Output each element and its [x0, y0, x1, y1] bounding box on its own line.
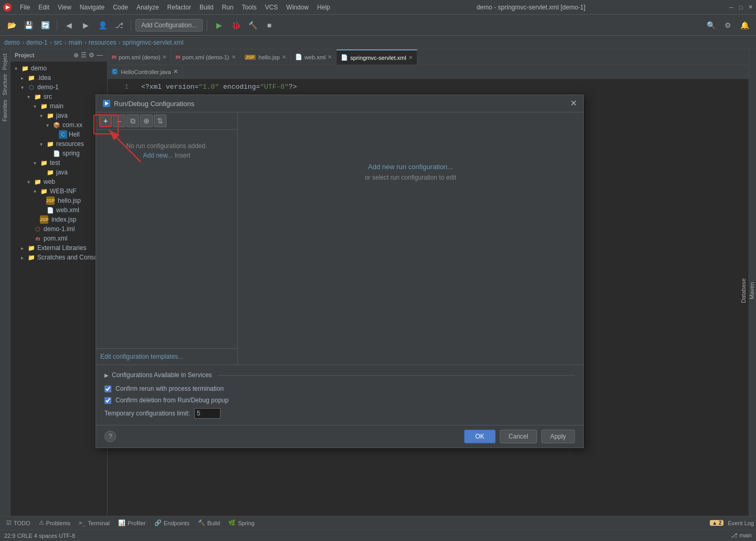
menu-build[interactable]: Build [195, 3, 218, 12]
help-button[interactable]: ? [104, 431, 116, 442]
tree-item-web[interactable]: ▾ 📁 web [10, 177, 107, 186]
database-label[interactable]: Database [739, 276, 748, 305]
forward-button[interactable]: ▶ [78, 18, 93, 33]
tab-close-icon[interactable]: ✕ [408, 55, 413, 60]
temp-limit-input[interactable] [194, 408, 220, 419]
share-config-button[interactable]: ⊕ [140, 115, 153, 127]
maven-label[interactable]: Maven [748, 280, 756, 301]
menu-refactor[interactable]: Refactor [163, 3, 195, 12]
menu-run[interactable]: Run [218, 3, 238, 12]
tree-item-demo[interactable]: ▾ 📁 demo [10, 64, 107, 73]
sidebar-list-icon[interactable]: ☰ [81, 51, 87, 59]
add-config-dialog-button[interactable]: + [99, 115, 112, 127]
bottom-tab-problems[interactable]: ⚠ Problems [35, 518, 75, 527]
breadcrumb-demo1[interactable]: demo-1 [26, 39, 48, 46]
tree-item-hell[interactable]: C Hell [10, 130, 107, 139]
close-button[interactable]: ✕ [747, 4, 754, 11]
sidebar-add-icon[interactable]: ⊕ [74, 51, 79, 59]
tree-item-java2[interactable]: 📁 java [10, 168, 107, 177]
breadcrumb-src[interactable]: src [54, 39, 62, 46]
menu-file[interactable]: File [16, 3, 34, 12]
breadcrumb-file[interactable]: springmvc-servlet.xml [122, 39, 183, 46]
menu-vcs[interactable]: VCS [261, 3, 282, 12]
menu-tools[interactable]: Tools [238, 3, 261, 12]
apply-button[interactable]: Apply [541, 430, 575, 443]
menu-edit[interactable]: Edit [34, 3, 54, 12]
tab-close-icon[interactable]: ✕ [282, 54, 286, 60]
edit-templates-link[interactable]: Edit configuration templates... [100, 353, 183, 360]
favorites-strip-label[interactable]: Favorites [2, 100, 8, 121]
add-new-link[interactable]: Add new... Insert [100, 152, 233, 159]
bottom-tab-profiler[interactable]: 📊 Profiler [114, 518, 150, 527]
back-button[interactable]: ◀ [61, 18, 76, 33]
confirm-delete-checkbox[interactable] [104, 397, 111, 404]
tree-item-scratches[interactable]: ▸ 📁 Scratches and Console [10, 253, 107, 262]
tree-item-test[interactable]: ▾ 📁 test [10, 158, 107, 168]
tree-item-hellojsp[interactable]: JSP hello.jsp [10, 196, 107, 205]
settings-button[interactable]: ⚙ [720, 18, 735, 33]
tree-item-webxml[interactable]: 📄 web.xml [10, 205, 107, 215]
tab-hellojsp[interactable]: JSP hello.jsp ✕ [240, 49, 291, 65]
build-button[interactable]: 🔨 [245, 18, 260, 33]
sort-config-button[interactable]: ⇅ [154, 115, 166, 127]
search-everywhere-button[interactable]: 🔍 [704, 18, 718, 33]
bottom-tab-terminal[interactable]: >_ Terminal [75, 518, 114, 527]
sec-tab-hellocontroller[interactable]: C HelloController.java ✕ [108, 65, 183, 79]
menu-view[interactable]: View [54, 3, 76, 12]
menu-help[interactable]: Help [313, 3, 334, 12]
tab-close-icon[interactable]: ✕ [173, 68, 178, 75]
tree-item-idea[interactable]: ▸ 📁 .idea [10, 73, 107, 82]
menu-navigate[interactable]: Navigate [76, 3, 109, 12]
tab-pom-demo[interactable]: m pom.xml (demo) ✕ [108, 49, 171, 65]
confirm-rerun-checkbox[interactable] [104, 386, 111, 392]
menu-analyze[interactable]: Analyze [132, 3, 163, 12]
add-configuration-button[interactable]: Add Configuration... [135, 19, 203, 32]
sidebar-minus-icon[interactable]: — [97, 51, 103, 59]
tree-item-java[interactable]: ▾ 📁 java [10, 111, 107, 120]
tree-item-spring[interactable]: 📄 spring [10, 149, 107, 158]
bottom-tab-spring[interactable]: 🌿 Spring [224, 518, 259, 527]
remove-config-button[interactable]: – [113, 115, 125, 127]
tab-webxml[interactable]: 📄 web.xml ✕ [291, 49, 337, 65]
tree-item-indexjsp[interactable]: JSP index.jsp [10, 215, 107, 224]
bottom-tab-build[interactable]: 🔨 Build [194, 518, 224, 527]
tab-close-icon[interactable]: ✕ [162, 54, 166, 60]
tree-item-main[interactable]: ▾ 📁 main [10, 101, 107, 111]
stop-button[interactable]: ■ [262, 18, 277, 33]
breadcrumb-demo[interactable]: demo [4, 39, 20, 46]
copy-config-button[interactable]: ⧉ [127, 115, 139, 127]
profile-button[interactable]: 👤 [95, 18, 110, 33]
menu-code[interactable]: Code [109, 3, 132, 12]
bottom-tab-todo[interactable]: ☑ TODO [2, 518, 35, 527]
sync-button[interactable]: 🔄 [38, 18, 52, 33]
bottom-tab-endpoints[interactable]: 🔗 Endpoints [150, 518, 194, 527]
cancel-button[interactable]: Cancel [500, 430, 537, 443]
tab-close-icon[interactable]: ✕ [232, 54, 236, 60]
minimize-button[interactable]: ─ [728, 4, 735, 11]
open-file-button[interactable]: 📂 [4, 18, 19, 33]
event-log-label[interactable]: Event Log [728, 520, 754, 526]
debug-button[interactable]: 🐞 [228, 18, 243, 33]
update-button[interactable]: 🔔 [737, 18, 752, 33]
project-strip-label[interactable]: Project [2, 54, 8, 70]
tree-item-src[interactable]: ▾ 📁 src [10, 92, 107, 101]
save-button[interactable]: 💾 [21, 18, 36, 33]
tree-item-external-libs[interactable]: ▸ 📁 External Libraries [10, 243, 107, 253]
menu-window[interactable]: Window [282, 3, 313, 12]
tab-pom-demo1[interactable]: m pom.xml (demo-1) ✕ [171, 49, 240, 65]
tree-item-demo1[interactable]: ▾ ⬡ demo-1 [10, 82, 107, 92]
breadcrumb-main[interactable]: main [69, 39, 82, 46]
tree-item-pomxml[interactable]: m pom.xml [10, 234, 107, 243]
dialog-close-button[interactable]: ✕ [570, 99, 577, 108]
breadcrumb-resources[interactable]: resources [89, 39, 117, 46]
tab-close-icon[interactable]: ✕ [328, 54, 332, 60]
run-button[interactable]: ▶ [212, 18, 226, 33]
structure-strip-label[interactable]: Structure [2, 74, 8, 96]
maximize-button[interactable]: □ [737, 4, 744, 11]
tree-item-comxx[interactable]: ▾ 📦 com.xx [10, 120, 107, 130]
sidebar-config-icon[interactable]: ⚙ [89, 51, 94, 59]
add-new-run-text[interactable]: Add new run configuration... [246, 163, 575, 171]
ok-button[interactable]: OK [464, 430, 495, 443]
tab-springmvc[interactable]: 📄 springmvc-servlet.xml ✕ [337, 49, 417, 65]
configs-available-row[interactable]: ▶ Configurations Available in Services [104, 371, 575, 379]
